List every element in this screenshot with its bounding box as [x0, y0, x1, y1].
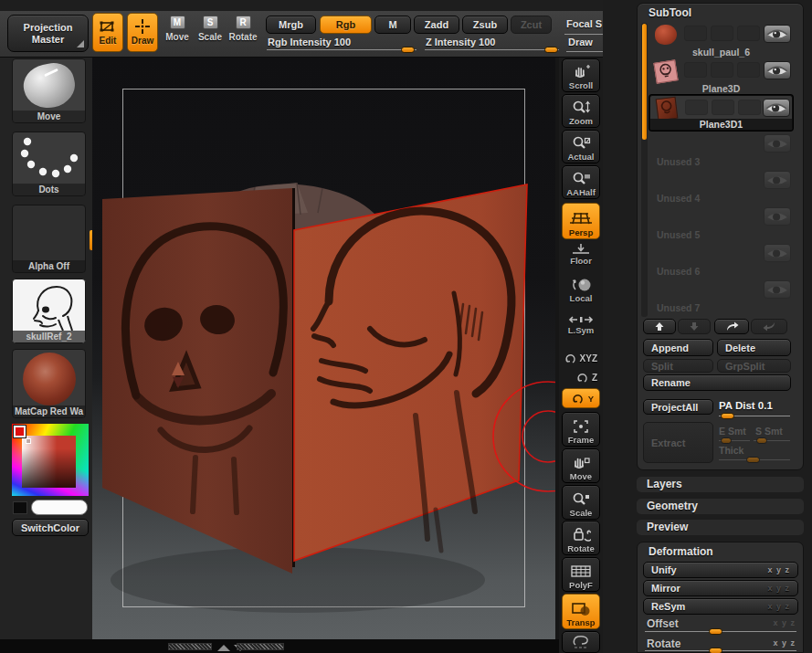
- move-up-button[interactable]: [643, 319, 676, 334]
- rename-button[interactable]: Rename: [643, 374, 791, 391]
- rotate-deform-slider[interactable]: [645, 650, 796, 651]
- preview-section-header[interactable]: Preview: [637, 520, 804, 535]
- scroll-up-arrow-icon[interactable]: [217, 645, 230, 651]
- eye-icon[interactable]: [763, 99, 790, 117]
- transp-button[interactable]: Transp: [562, 594, 600, 629]
- s-smt-slider[interactable]: [754, 440, 790, 441]
- offset-handle[interactable]: [709, 628, 722, 635]
- geometry-section-header[interactable]: Geometry: [637, 499, 804, 514]
- subtool-item[interactable]: Plane3D: [649, 58, 793, 94]
- alpha-thumbnail[interactable]: Alpha Off: [12, 205, 86, 273]
- grpsplit-button[interactable]: GrpSplit: [717, 359, 791, 373]
- append-button[interactable]: Append: [643, 339, 713, 356]
- draw-button[interactable]: Draw: [127, 13, 158, 52]
- mirror-button[interactable]: Mirror x y z: [643, 580, 798, 596]
- focal-shift-slider[interactable]: [564, 34, 603, 35]
- rgb-button[interactable]: Rgb: [320, 16, 372, 34]
- zoom-button[interactable]: Zoom: [562, 94, 600, 128]
- scale-nav-button[interactable]: Scale: [562, 485, 600, 520]
- move-down-button[interactable]: [678, 319, 711, 334]
- edit-button[interactable]: Edit: [92, 13, 123, 52]
- subtool-scrollbar[interactable]: [642, 24, 647, 140]
- unify-button[interactable]: Unify x y z: [643, 562, 798, 578]
- subtool-item-unused[interactable]: Unused 4: [649, 168, 793, 204]
- aahalf-button[interactable]: AAHalf: [562, 165, 600, 199]
- hscroll-left[interactable]: [168, 643, 212, 650]
- floor-button[interactable]: Floor: [562, 243, 600, 266]
- move-nav-button[interactable]: Move: [562, 448, 600, 483]
- subtool-item-unused[interactable]: Unused 5: [649, 205, 793, 240]
- document-canvas[interactable]: [92, 58, 555, 639]
- eye-icon[interactable]: [764, 61, 791, 79]
- subtool-item[interactable]: skull_paul_6: [649, 22, 793, 58]
- extract-button[interactable]: Extract: [643, 422, 713, 463]
- rotate-nav-button[interactable]: Rotate: [562, 521, 600, 555]
- local-button[interactable]: Local: [562, 277, 600, 303]
- z-intensity-handle[interactable]: [544, 47, 558, 53]
- resym-axes[interactable]: x y z: [767, 602, 790, 611]
- rgb-intensity-handle[interactable]: [401, 47, 415, 53]
- delete-button[interactable]: Delete: [717, 339, 791, 356]
- lsym-button[interactable]: L.Sym: [562, 314, 600, 335]
- draw-size-slider[interactable]: [566, 51, 603, 52]
- zadd-button[interactable]: Zadd: [414, 16, 459, 34]
- actual-button[interactable]: Actual: [562, 130, 600, 163]
- zcut-button[interactable]: Zcut: [511, 16, 552, 34]
- rotate-xyz-button[interactable]: XYZ: [562, 350, 600, 367]
- z-intensity-slider[interactable]: [425, 49, 559, 50]
- subtool-item-unused[interactable]: Unused 3: [649, 132, 793, 167]
- thick-slider[interactable]: [719, 459, 790, 460]
- e-smt-slider[interactable]: [719, 440, 750, 441]
- main-color-swatch[interactable]: [31, 500, 88, 515]
- subtool-item-unused[interactable]: Unused 7: [649, 278, 793, 313]
- m-button[interactable]: M: [374, 16, 411, 34]
- stroke-thumbnail[interactable]: Dots: [12, 132, 86, 196]
- s-smt-handle[interactable]: [756, 437, 767, 444]
- rotate-deform-axes[interactable]: x y z: [773, 638, 796, 648]
- rotate-y-button[interactable]: Y: [562, 388, 600, 408]
- saturation-value-square[interactable]: [22, 436, 76, 488]
- pa-dist-handle[interactable]: [721, 413, 734, 419]
- persp-button[interactable]: Persp: [562, 203, 600, 239]
- projection-master-button[interactable]: Projection Master: [7, 15, 89, 52]
- frame-button[interactable]: Frame: [562, 412, 600, 447]
- duplicate-forward-button[interactable]: [714, 319, 749, 334]
- pa-dist-slider[interactable]: [719, 416, 790, 416]
- scale-gyro-button[interactable]: S Scale: [194, 16, 227, 52]
- mirror-axes[interactable]: x y z: [767, 584, 790, 593]
- current-tool-thumbnail[interactable]: Move: [12, 58, 86, 123]
- unify-axes[interactable]: x y z: [767, 565, 790, 574]
- resym-button[interactable]: ReSym x y z: [643, 598, 798, 615]
- polyframe-button[interactable]: PolyF: [562, 557, 600, 592]
- preview-label: Preview: [647, 521, 688, 533]
- color-picker[interactable]: [12, 424, 89, 496]
- switch-color-button[interactable]: SwitchColor: [12, 519, 89, 536]
- e-smt-handle[interactable]: [721, 437, 732, 444]
- layers-section-header[interactable]: Layers: [637, 477, 804, 492]
- thick-handle[interactable]: [746, 457, 760, 463]
- move-gyro-button[interactable]: M Move: [161, 16, 194, 52]
- projectall-button[interactable]: ProjectAll: [643, 399, 713, 415]
- offset-slider[interactable]: [645, 631, 796, 632]
- duplicate-back-button[interactable]: [751, 319, 787, 334]
- subtool-item-unused[interactable]: Unused 6: [649, 241, 793, 277]
- rotate-deform-handle[interactable]: [709, 648, 722, 653]
- rotate-z-button[interactable]: Z: [562, 369, 600, 386]
- secondary-color-swatch[interactable]: [13, 501, 27, 514]
- eye-icon[interactable]: [764, 25, 791, 43]
- hscroll-right[interactable]: [237, 643, 284, 650]
- material-thumbnail[interactable]: MatCap Red Wa: [12, 349, 86, 418]
- texture-thumbnail[interactable]: skullRef_2: [12, 279, 86, 343]
- ghost-button-partial[interactable]: [562, 631, 600, 653]
- split-button[interactable]: Split: [643, 359, 713, 373]
- mrgb-button[interactable]: Mrgb: [266, 16, 316, 34]
- scroll-button[interactable]: Scroll: [562, 58, 600, 92]
- rgb-intensity-slider[interactable]: [267, 49, 417, 50]
- zsub-button[interactable]: Zsub: [462, 16, 508, 34]
- transparency-icon: [570, 601, 592, 617]
- rotate-r-icon: R: [236, 16, 251, 29]
- bottom-strip: [0, 639, 559, 653]
- offset-axes[interactable]: x y z: [773, 618, 796, 627]
- subtool-item-selected[interactable]: Plane3D1: [649, 95, 793, 131]
- rotate-gyro-button[interactable]: R Rotate: [227, 16, 259, 52]
